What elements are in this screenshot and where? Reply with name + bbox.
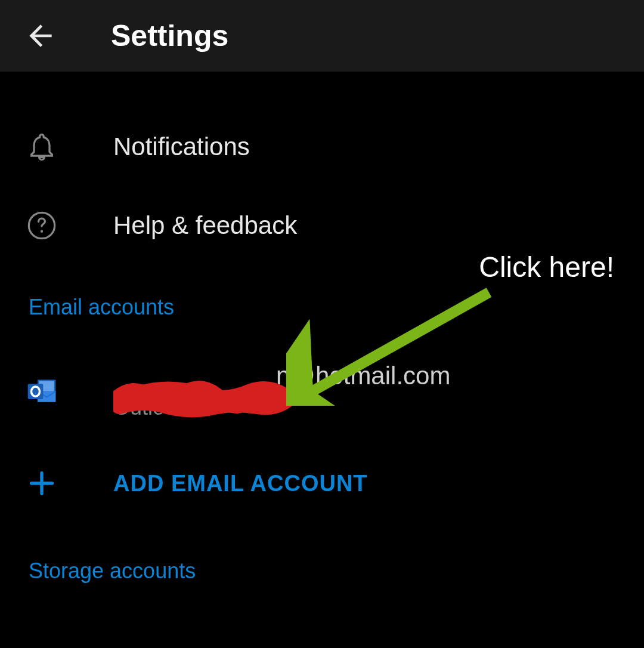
settings-content: Notifications Help & feedback Email acco… <box>0 72 644 584</box>
account-text-block: xxxxxxxxxxxxxn@hotmail.com Outlook <box>113 362 450 420</box>
storage-accounts-section-header: Storage accounts <box>24 558 620 584</box>
account-provider: Outlook <box>113 395 450 420</box>
settings-header: Settings <box>0 0 644 72</box>
notifications-label: Notifications <box>113 132 250 161</box>
page-title: Settings <box>111 18 228 53</box>
arrow-left-icon <box>24 19 57 53</box>
help-feedback-item[interactable]: Help & feedback <box>24 186 620 265</box>
back-button[interactable] <box>24 19 57 53</box>
add-email-account-item[interactable]: ADD EMAIL ACCOUNT <box>24 438 620 529</box>
outlook-icon <box>24 374 60 408</box>
email-account-item[interactable]: xxxxxxxxxxxxxn@hotmail.com Outlook <box>24 344 620 438</box>
plus-icon <box>24 468 60 499</box>
add-account-label: ADD EMAIL ACCOUNT <box>113 471 368 496</box>
email-accounts-section-header: Email accounts <box>24 295 620 320</box>
notifications-item[interactable]: Notifications <box>24 107 620 186</box>
help-icon <box>24 210 60 241</box>
bell-icon <box>24 131 60 162</box>
help-label: Help & feedback <box>113 211 297 240</box>
svg-point-1 <box>41 230 43 233</box>
account-email: xxxxxxxxxxxxxn@hotmail.com <box>113 362 450 390</box>
